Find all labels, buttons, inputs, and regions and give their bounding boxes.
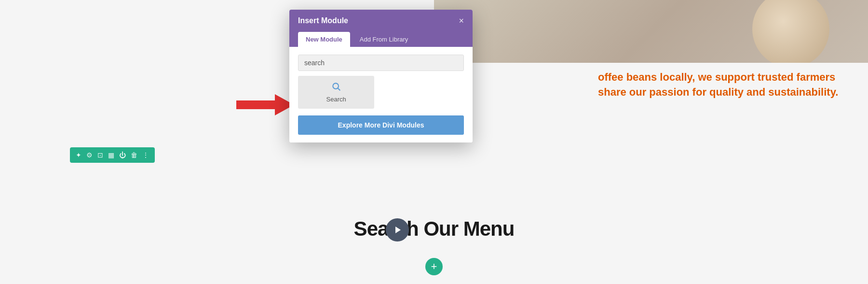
hero-image — [434, 0, 868, 63]
arrow-indicator — [236, 94, 294, 115]
modal-close-button[interactable]: × — [459, 16, 464, 25]
svg-line-1 — [338, 88, 340, 91]
tab-new-module[interactable]: New Module — [298, 32, 350, 47]
more-icon[interactable]: ⋮ — [142, 151, 149, 159]
module-toolbar: ✦ ⚙ ⊡ ▦ ⏻ 🗑 ⋮ — [70, 147, 155, 163]
toggle-icon[interactable]: ⏻ — [119, 151, 126, 159]
modal-title: Insert Module — [298, 16, 348, 25]
section-title: Search Our Menu — [354, 217, 515, 241]
background-text-line2: share our passion for quality and sustai… — [598, 85, 839, 100]
play-icon — [392, 224, 403, 236]
insert-module-modal: Insert Module × New Module Add From Libr… — [289, 10, 473, 142]
svg-point-0 — [333, 83, 339, 89]
move-icon[interactable]: ✦ — [76, 151, 81, 159]
search-button-label: Search — [326, 96, 346, 103]
modal-header: Insert Module × — [289, 10, 473, 32]
bottom-circle — [386, 218, 409, 241]
explore-modules-button[interactable]: Explore More Divi Modules — [298, 115, 464, 135]
arrow-body — [236, 100, 275, 109]
tab-add-from-library[interactable]: Add From Library — [352, 32, 416, 47]
modal-body: Search Explore More Divi Modules — [289, 47, 473, 142]
search-button[interactable]: Search — [298, 76, 374, 109]
modal-buttons-row: Search — [298, 76, 464, 109]
background-text: offee beans locally, we support trusted … — [598, 70, 839, 100]
settings-icon[interactable]: ⚙ — [86, 151, 93, 159]
search-icon — [331, 82, 341, 94]
add-section-button[interactable]: + — [425, 258, 443, 275]
hero-circle — [752, 0, 829, 63]
resize-icon[interactable]: ⊡ — [97, 151, 103, 159]
delete-icon[interactable]: 🗑 — [131, 151, 137, 159]
columns-icon[interactable]: ▦ — [108, 151, 114, 159]
modal-tabs: New Module Add From Library — [289, 32, 473, 47]
search-input[interactable] — [298, 55, 464, 71]
background-text-line1: offee beans locally, we support trusted … — [598, 70, 839, 85]
